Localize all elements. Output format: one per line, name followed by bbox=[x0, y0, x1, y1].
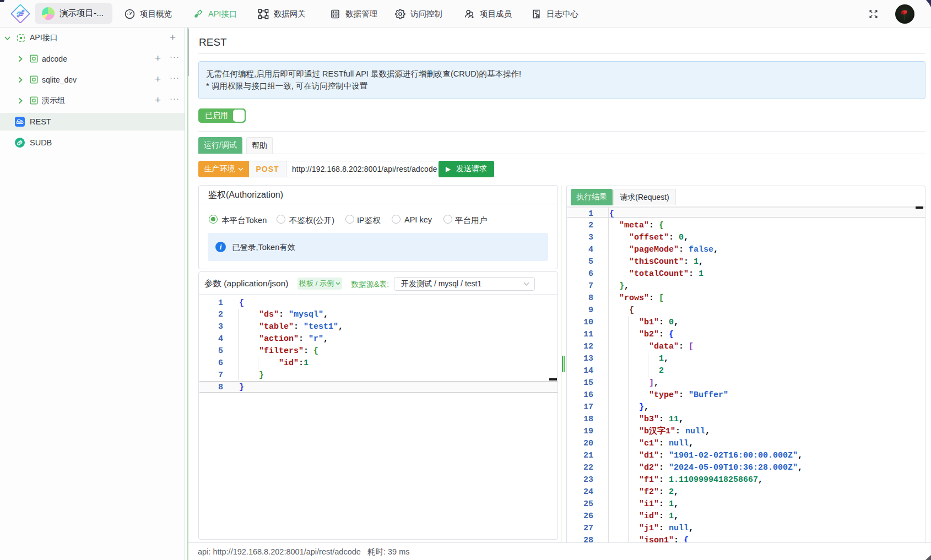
svg-text:REST: REST bbox=[18, 121, 23, 123]
